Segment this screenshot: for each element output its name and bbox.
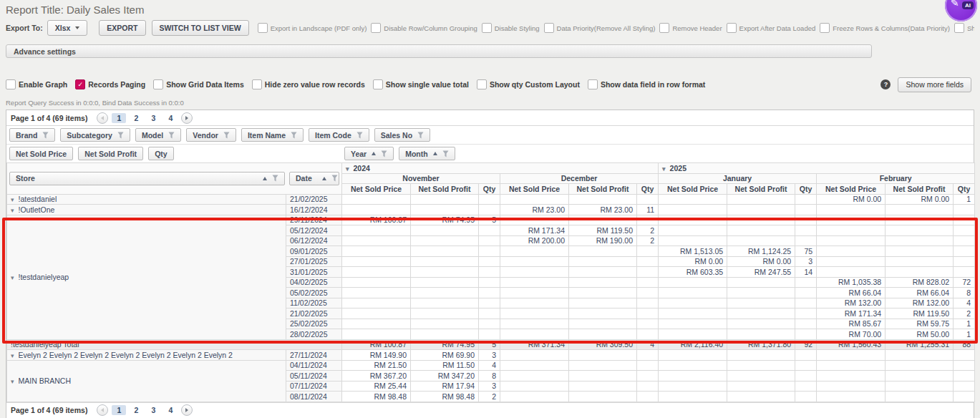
filter-icon[interactable] bbox=[331, 175, 338, 182]
store-cell[interactable]: ▾Evelyn 2 Evelyn 2 Evelyn 2 Evelyn 2 Eve… bbox=[7, 350, 286, 361]
collapse-icon[interactable]: ▾ bbox=[11, 274, 14, 281]
filter-field-subcategory[interactable]: Subcategory bbox=[60, 128, 130, 142]
filter-icon[interactable] bbox=[223, 132, 230, 139]
checkbox-box[interactable]: ✓ bbox=[75, 79, 85, 89]
checkbox-box[interactable] bbox=[477, 79, 487, 89]
collapse-icon[interactable]: ▾ bbox=[662, 165, 666, 172]
sort-asc-icon[interactable] bbox=[322, 177, 326, 180]
filter-icon[interactable] bbox=[168, 132, 175, 139]
checkbox-disable-styling[interactable]: Disable Styling bbox=[482, 23, 540, 33]
show-more-fields-button[interactable]: Show more fields bbox=[898, 77, 971, 92]
filter-icon[interactable] bbox=[117, 132, 124, 139]
checkbox-box[interactable] bbox=[954, 23, 964, 33]
checkbox-data-priority-remove-all-styling[interactable]: Data Priority(Remove All Styling) bbox=[544, 23, 656, 33]
store-field-chip[interactable]: Store bbox=[9, 172, 285, 185]
filter-icon[interactable] bbox=[356, 132, 363, 139]
measure-header-net-sold-profit[interactable]: Net Sold Profit bbox=[886, 184, 954, 195]
year-header-2025[interactable]: ▾2025 bbox=[659, 163, 975, 174]
measure-header-net-sold-price[interactable]: Net Sold Price bbox=[817, 184, 886, 195]
switch-to-list-view-button[interactable]: SWITCH TO LIST VIEW bbox=[152, 20, 249, 36]
help-icon[interactable]: ? bbox=[880, 79, 891, 89]
pager-page-4[interactable]: 4 bbox=[163, 405, 178, 415]
checkbox-box[interactable] bbox=[371, 23, 381, 33]
checkbox-records-paging[interactable]: ✓Records Paging bbox=[75, 79, 145, 89]
collapse-icon[interactable]: ▾ bbox=[11, 196, 14, 203]
checkbox-box[interactable] bbox=[820, 23, 830, 33]
store-cell[interactable]: ▾!testdanielyeap bbox=[7, 215, 286, 339]
date-field-chip[interactable]: Date bbox=[289, 172, 339, 185]
measure-header-net-sold-price[interactable]: Net Sold Price bbox=[342, 184, 411, 195]
ai-button[interactable]: ✎ AI bbox=[945, 0, 977, 21]
measure-header-net-sold-profit[interactable]: Net Sold Profit bbox=[569, 184, 637, 195]
pager-page-3[interactable]: 3 bbox=[146, 405, 160, 415]
column-field-year[interactable]: Year bbox=[344, 147, 394, 160]
checkbox-enable-graph[interactable]: Enable Graph bbox=[6, 79, 67, 89]
pager-next-button[interactable] bbox=[181, 404, 193, 416]
pager-page-1[interactable]: 1 bbox=[112, 405, 126, 415]
collapse-icon[interactable]: ▾ bbox=[11, 207, 14, 214]
checkbox-freeze-rows-columns-data-priority[interactable]: Freeze Rows & Columns(Data Priority) bbox=[820, 23, 950, 33]
checkbox-remove-header[interactable]: Remove Header bbox=[659, 23, 722, 33]
filter-field-model[interactable]: Model bbox=[135, 128, 181, 142]
measure-header-net-sold-profit[interactable]: Net Sold Profit bbox=[411, 184, 479, 195]
checkbox-box[interactable] bbox=[252, 79, 262, 89]
filter-icon[interactable] bbox=[442, 150, 449, 157]
export-format-select[interactable]: Xlsx bbox=[47, 20, 88, 36]
measure-header-net-sold-price[interactable]: Net Sold Price bbox=[659, 184, 727, 195]
collapse-icon[interactable]: ▾ bbox=[11, 378, 14, 385]
sort-asc-icon[interactable] bbox=[263, 177, 267, 180]
checkbox-box[interactable] bbox=[258, 23, 268, 33]
checkbox-export-in-landscape-pdf-only[interactable]: Export in Landscape (PDF only) bbox=[258, 23, 367, 33]
checkbox-box[interactable] bbox=[588, 79, 598, 89]
filter-field-item-code[interactable]: Item Code bbox=[309, 128, 369, 142]
pager-page-2[interactable]: 2 bbox=[129, 113, 143, 123]
month-header-february[interactable]: February bbox=[817, 173, 975, 184]
filter-field-item-name[interactable]: Item Name bbox=[241, 128, 304, 142]
year-header-2024[interactable]: ▾2024 bbox=[342, 163, 659, 174]
measure-header-qty[interactable]: Qty bbox=[954, 184, 975, 195]
checkbox-show-data-field-in-row-format[interactable]: Show data field in row format bbox=[588, 79, 705, 89]
checkbox-box[interactable] bbox=[727, 23, 737, 33]
checkbox-show-qty-custom-layout[interactable]: Show qty Custom Layout bbox=[477, 79, 580, 89]
month-header-january[interactable]: January bbox=[659, 173, 817, 184]
checkbox-show-single-value-total[interactable]: Show single value total bbox=[373, 79, 469, 89]
checkbox-disable-row-column-grouping[interactable]: Disable Row/Column Grouping bbox=[371, 23, 477, 33]
checkbox-box[interactable] bbox=[153, 79, 163, 89]
checkbox-box[interactable] bbox=[482, 23, 492, 33]
data-field-net-sold-profit[interactable]: Net Sold Profit bbox=[78, 147, 143, 160]
export-button[interactable]: EXPORT bbox=[99, 20, 145, 36]
pager-page-3[interactable]: 3 bbox=[146, 113, 160, 123]
store-cell[interactable]: ▾!OutletOne bbox=[7, 205, 286, 215]
filter-field-brand[interactable]: Brand bbox=[9, 128, 55, 142]
filter-field-vendor[interactable]: Vendor bbox=[186, 128, 236, 142]
pager-page-2[interactable]: 2 bbox=[129, 405, 143, 415]
filter-icon[interactable] bbox=[417, 132, 424, 139]
month-header-november[interactable]: November bbox=[342, 173, 500, 184]
checkbox-export-after-data-loaded[interactable]: Export After Data Loaded bbox=[727, 23, 816, 33]
advance-settings-bar[interactable]: Advance settings bbox=[6, 44, 872, 58]
filter-field-sales-no[interactable]: Sales No bbox=[374, 128, 430, 142]
measure-header-net-sold-price[interactable]: Net Sold Price bbox=[500, 184, 569, 195]
pager-next-button[interactable] bbox=[181, 112, 193, 124]
checkbox-box[interactable] bbox=[544, 23, 554, 33]
pager-prev-button[interactable] bbox=[97, 404, 108, 416]
checkbox-box[interactable] bbox=[659, 23, 669, 33]
checkbox-box[interactable] bbox=[373, 79, 383, 89]
checkbox-hide-zero-value-row-records[interactable]: Hide zero value row records bbox=[252, 79, 365, 89]
measure-header-qty[interactable]: Qty bbox=[637, 184, 659, 195]
measure-header-qty[interactable]: Qty bbox=[795, 184, 817, 195]
store-cell[interactable]: ▾MAIN BRANCH bbox=[7, 360, 286, 402]
measure-header-net-sold-profit[interactable]: Net Sold Profit bbox=[727, 184, 795, 195]
collapse-icon[interactable]: ▾ bbox=[346, 165, 349, 172]
filter-icon[interactable] bbox=[272, 175, 278, 182]
measure-header-qty[interactable]: Qty bbox=[479, 184, 500, 195]
checkbox-box[interactable] bbox=[6, 79, 16, 89]
filter-icon[interactable] bbox=[42, 132, 49, 139]
pager-prev-button[interactable] bbox=[97, 112, 108, 124]
pager-page-1[interactable]: 1 bbox=[112, 113, 126, 123]
month-header-december[interactable]: December bbox=[500, 173, 659, 184]
data-field-qty[interactable]: Qty bbox=[148, 147, 174, 160]
filter-icon[interactable] bbox=[291, 132, 297, 139]
collapse-icon[interactable]: ▾ bbox=[11, 352, 14, 359]
sort-asc-icon[interactable] bbox=[433, 152, 437, 155]
